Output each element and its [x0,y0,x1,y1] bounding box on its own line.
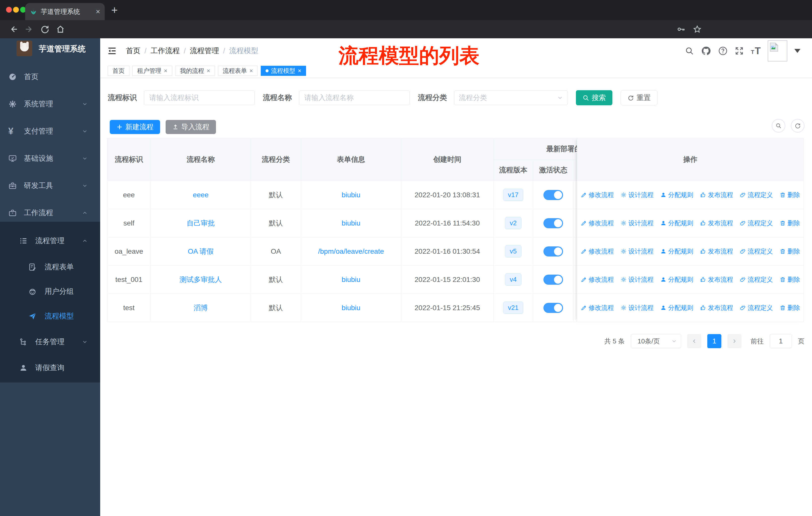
delete-link[interactable]: 删除 [780,219,800,227]
active-status-toggle[interactable] [544,246,563,256]
process-name-link[interactable]: OA 请假 [188,247,214,256]
font-size-icon[interactable]: T T [751,47,761,55]
tag-home[interactable]: 首页 [108,66,129,76]
avatar[interactable] [768,40,787,61]
assign-rule-link[interactable]: 分配规则 [660,219,693,227]
tag-process-form[interactable]: 流程表单 × [218,66,258,76]
publish-process-link[interactable]: 发布流程 [700,304,733,312]
version-badge[interactable]: v5 [505,245,521,257]
tag-my-process[interactable]: 我的流程 × [175,66,215,76]
sidebar-item-leave-query[interactable]: 请假查询 [0,355,100,380]
publish-process-link[interactable]: 发布流程 [700,219,733,227]
sidebar-item-process-form[interactable]: 流程表单 [0,254,100,280]
sidebar-item-home[interactable]: 首页 [0,63,100,90]
new-tab-button[interactable]: + [111,4,118,16]
delete-link[interactable]: 删除 [780,247,800,255]
tag-close-icon[interactable]: × [250,67,253,74]
active-status-toggle[interactable] [544,218,563,228]
assign-rule-link[interactable]: 分配规则 [660,304,693,312]
import-process-button[interactable]: 导入流程 [166,120,216,134]
modify-process-link[interactable]: 修改流程 [581,275,614,284]
reload-icon[interactable] [40,25,49,34]
form-info-link[interactable]: biubiu [342,191,360,199]
breadcrumb-home[interactable]: 首页 [126,46,141,56]
goto-page-input[interactable] [770,334,792,348]
tag-close-icon[interactable]: × [298,67,301,74]
active-status-toggle[interactable] [544,303,563,313]
design-process-link[interactable]: 设计流程 [620,275,654,284]
sidebar-item-workflow[interactable]: 工作流程 [0,199,100,226]
page-size-select[interactable]: 10条/页 [631,334,681,348]
filter-name-input[interactable] [299,90,410,105]
next-page-button[interactable] [727,334,742,348]
publish-process-link[interactable]: 发布流程 [700,191,733,199]
assign-rule-link[interactable]: 分配规则 [660,275,693,284]
sidebar-item-system[interactable]: 系统管理 [0,90,100,118]
version-badge[interactable]: v21 [503,302,523,314]
form-info-link[interactable]: biubiu [342,219,360,227]
breadcrumb-process-management[interactable]: 流程管理 [190,46,219,56]
form-info-link[interactable]: biubiu [342,304,360,312]
process-definition-link[interactable]: 流程定义 [740,275,773,284]
current-page-button[interactable]: 1 [707,334,721,348]
tag-close-icon[interactable]: × [207,67,210,74]
sidebar-item-process-management[interactable]: 流程管理 [0,228,100,253]
sidebar-item-infrastructure[interactable]: 基础设施 [0,145,100,172]
prev-page-button[interactable] [687,334,701,348]
forward-icon[interactable] [25,25,34,34]
search-icon[interactable] [685,46,694,55]
design-process-link[interactable]: 设计流程 [620,304,654,312]
process-name-link[interactable]: eeee [193,191,208,199]
modify-process-link[interactable]: 修改流程 [581,304,614,312]
assign-rule-link[interactable]: 分配规则 [660,191,693,199]
tab-close-icon[interactable]: × [96,8,100,16]
modify-process-link[interactable]: 修改流程 [581,191,614,199]
delete-link[interactable]: 删除 [780,191,800,199]
browser-tab[interactable]: 芋道管理系统 × [25,3,105,20]
publish-process-link[interactable]: 发布流程 [700,275,733,284]
design-process-link[interactable]: 设计流程 [620,247,654,255]
process-definition-link[interactable]: 流程定义 [740,191,773,199]
reset-button[interactable]: 重置 [620,90,658,105]
publish-process-link[interactable]: 发布流程 [700,247,733,255]
process-name-link[interactable]: 滔博 [194,303,208,313]
sidebar-item-payment[interactable]: ¥ 支付管理 [0,118,100,145]
sidebar-item-user-group[interactable]: 用户分组 [0,279,100,304]
form-info-link[interactable]: biubiu [342,276,360,284]
version-badge[interactable]: v2 [505,217,521,229]
tag-process-model-active[interactable]: 流程模型 × [261,66,306,76]
form-info-link[interactable]: /bpm/oa/leave/create [318,247,384,255]
tag-close-icon[interactable]: × [164,67,167,74]
fullscreen-icon[interactable] [735,46,744,55]
process-definition-link[interactable]: 流程定义 [740,247,773,255]
avatar-dropdown-caret-icon[interactable] [794,49,801,53]
process-definition-link[interactable]: 流程定义 [740,219,773,227]
filter-category-select[interactable]: 流程分类 [454,90,568,105]
design-process-link[interactable]: 设计流程 [620,191,654,199]
process-definition-link[interactable]: 流程定义 [740,304,773,312]
delete-link[interactable]: 删除 [780,275,800,284]
breadcrumb-workflow[interactable]: 工作流程 [150,46,180,56]
refresh-table-button[interactable] [791,119,805,133]
sidebar-item-dev-tools[interactable]: 研发工具 [0,172,100,199]
window-close-button[interactable] [6,7,12,12]
modify-process-link[interactable]: 修改流程 [581,219,614,227]
window-minimize-button[interactable] [13,7,19,12]
version-badge[interactable]: v4 [505,273,521,286]
version-badge[interactable]: v17 [503,189,523,201]
logo-row[interactable]: 芋道管理系统 [0,38,100,59]
tag-tenant[interactable]: 租户管理 × [133,66,172,76]
search-button[interactable]: 搜索 [576,90,612,105]
home-icon[interactable] [56,25,65,34]
create-process-button[interactable]: 新建流程 [110,120,160,134]
modify-process-link[interactable]: 修改流程 [581,247,614,255]
sidebar-item-task-management[interactable]: 任务管理 [0,329,100,354]
process-name-link[interactable]: 自己审批 [187,218,215,228]
active-status-toggle[interactable] [544,275,563,285]
password-key-icon[interactable] [676,25,686,34]
bookmark-star-icon[interactable] [693,25,702,34]
toggle-search-button[interactable] [772,119,785,133]
assign-rule-link[interactable]: 分配规则 [660,247,693,255]
back-icon[interactable] [9,25,18,34]
help-icon[interactable] [718,46,728,56]
